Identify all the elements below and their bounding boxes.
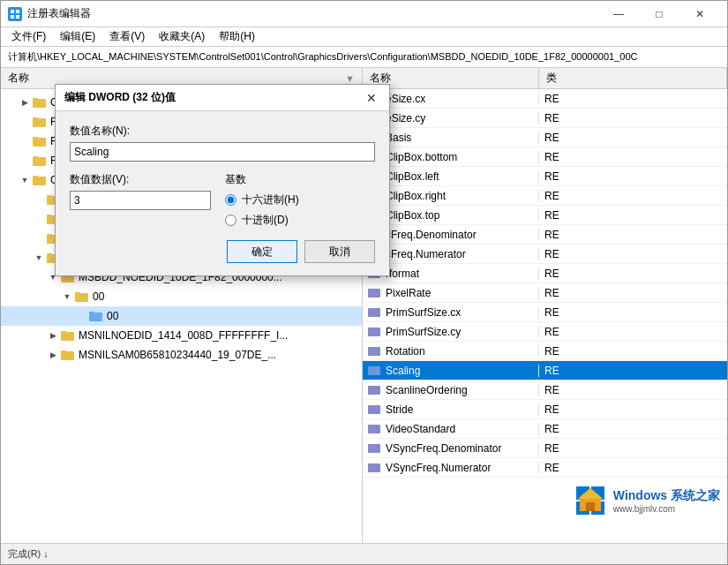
expand-arrow — [75, 310, 87, 322]
menu-view[interactable]: 查看(V) — [102, 27, 152, 46]
svg-rect-13 — [33, 176, 38, 178]
value-type: RE — [539, 462, 727, 474]
base-label: 基数 — [225, 172, 375, 187]
folder-icon — [33, 135, 47, 147]
value-name: Rotation — [386, 345, 425, 358]
value-row-clipboxbottom[interactable]: ClipBox.bottom RE — [363, 147, 727, 167]
close-button[interactable]: ✕ — [679, 1, 720, 27]
value-row-scanlineordering[interactable]: ScanlineOrdering RE — [363, 380, 727, 400]
value-row-vsyncnumerator[interactable]: VSyncFreq.Numerator RE — [363, 458, 727, 478]
name-input[interactable] — [70, 142, 375, 162]
dec-radio[interactable] — [225, 215, 236, 226]
minimize-button[interactable]: — — [598, 1, 639, 27]
dialog-title: 编辑 DWORD (32 位)值 — [64, 90, 363, 105]
value-row-esizecy[interactable]: ab eSize.cy RE — [363, 109, 727, 128]
value-name: ClipBox.bottom — [386, 151, 457, 163]
status-text: 完成(R) ↓ — [8, 547, 49, 561]
cancel-button[interactable]: 取消 — [304, 240, 375, 263]
value-name: PrimSurfSize.cy — [386, 326, 461, 338]
value-type: RE — [539, 151, 727, 163]
value-data-section: 数值数据(V): — [70, 172, 211, 228]
menu-help[interactable]: 帮助(H) — [212, 27, 262, 46]
svg-rect-50 — [368, 405, 380, 414]
value-row-primsurfsizecx[interactable]: PrimSurfSize.cx RE — [363, 303, 727, 322]
svg-rect-11 — [33, 156, 38, 159]
tree-col-name: 名称 — [8, 71, 29, 86]
watermark-windows-icon — [574, 485, 606, 516]
value-row-rformat[interactable]: rformat RE — [363, 264, 727, 283]
hex-radio[interactable] — [225, 194, 236, 206]
reg-dword-icon — [368, 306, 382, 319]
svg-rect-53 — [368, 463, 380, 472]
base-group: 基数 十六进制(H) 十进制(D) — [225, 172, 375, 228]
value-type: RE — [539, 267, 727, 280]
svg-rect-3 — [16, 15, 19, 19]
svg-rect-5 — [33, 98, 38, 101]
ok-button[interactable]: 确定 — [227, 240, 297, 263]
value-row-videostandard[interactable]: VideoStandard RE — [363, 419, 727, 439]
menu-favorites[interactable]: 收藏夹(A) — [152, 27, 212, 46]
maximize-button[interactable]: □ — [639, 1, 679, 27]
tree-item-00-outer[interactable]: ▼ 00 — [1, 287, 362, 306]
value-name: eSize.cy — [386, 112, 425, 124]
menu-edit[interactable]: 编辑(E) — [53, 27, 102, 46]
svg-rect-19 — [47, 234, 52, 237]
value-row-stride[interactable]: Stride RE — [363, 400, 727, 419]
dec-label: 十进制(D) — [242, 213, 289, 228]
value-row-basis[interactable]: Basis RE — [363, 128, 727, 147]
folder-icon — [33, 154, 47, 167]
watermark: Windows 系统之家 www.bjjmlv.com — [574, 485, 720, 516]
value-type: RE — [539, 384, 727, 396]
data-input[interactable] — [70, 191, 211, 210]
watermark-site-name: Windows 系统之家 — [613, 488, 720, 504]
value-type: RE — [539, 442, 727, 455]
value-row-clipboxleft[interactable]: ClipBox.left RE — [363, 167, 727, 186]
values-header: 名称 类 — [363, 68, 727, 89]
svg-rect-49 — [368, 386, 380, 395]
svg-rect-21 — [47, 253, 52, 256]
dialog-close-button[interactable]: ✕ — [363, 89, 380, 107]
value-row-rotation[interactable]: Rotation RE — [363, 342, 727, 361]
name-field-label: 数值名称(N): — [70, 124, 375, 139]
tree-sort-arrow: ▼ — [345, 73, 355, 84]
value-type: RE — [539, 423, 727, 435]
value-row-clipboxright[interactable]: ClipBox.right RE — [363, 186, 727, 206]
dec-radio-label[interactable]: 十进制(D) — [225, 213, 375, 228]
svg-rect-1 — [16, 10, 19, 13]
radio-group: 十六进制(H) 十进制(D) — [225, 192, 375, 228]
tree-item-msnilnoedid[interactable]: ▶ MSNILNOEDID_1414_008D_FFFFFFFF_I... — [1, 326, 362, 345]
value-name: cFreq.Denominator — [386, 229, 477, 241]
expand-arrow — [33, 232, 45, 245]
tree-item-00-inner[interactable]: 00 — [1, 306, 362, 326]
menu-file[interactable]: 文件(F) — [4, 27, 53, 46]
svg-rect-7 — [33, 117, 38, 120]
hex-radio-label[interactable]: 十六进制(H) — [225, 192, 375, 207]
svg-rect-52 — [368, 444, 380, 453]
expand-arrow: ▼ — [19, 174, 31, 186]
value-row-primsurfsizecy[interactable]: PrimSurfSize.cy RE — [363, 322, 727, 342]
value-row-clipboxtop[interactable]: ClipBox.top RE — [363, 206, 727, 225]
svg-rect-27 — [89, 312, 94, 314]
value-name: ClipBox.left — [386, 170, 439, 183]
folder-icon — [33, 174, 47, 186]
value-row-cfreqnumerator[interactable]: cFreq.Numerator RE — [363, 245, 727, 264]
tree-item-msnilsam[interactable]: ▶ MSNILSAM0B65810234440_19_07DE_... — [1, 345, 362, 365]
value-type: RE — [539, 248, 727, 260]
value-row-esizecx[interactable]: ab eSize.cx RE — [363, 89, 727, 109]
value-name: cFreq.Numerator — [386, 248, 466, 260]
value-name: PixelRate — [386, 287, 431, 299]
value-type: RE — [539, 209, 727, 222]
value-type: RE — [539, 132, 727, 144]
svg-rect-51 — [368, 425, 380, 433]
value-name: eSize.cx — [386, 93, 425, 105]
data-field-label: 数值数据(V): — [70, 172, 211, 187]
edit-dword-dialog: 编辑 DWORD (32 位)值 ✕ 数值名称(N): 数值数据(V): 基数 — [55, 84, 390, 276]
value-row-scaling[interactable]: Scaling RE — [363, 361, 727, 380]
folder-icon — [33, 116, 47, 128]
value-row-cfreqdenominator[interactable]: cFreq.Denominator RE — [363, 225, 727, 245]
value-row-pixelrate[interactable]: PixelRate RE — [363, 283, 727, 303]
value-type: RE — [539, 170, 727, 183]
svg-rect-47 — [368, 347, 380, 356]
reg-dword-icon — [368, 326, 382, 338]
value-row-vsyncdenominator[interactable]: VSyncFreq.Denominator RE — [363, 439, 727, 458]
